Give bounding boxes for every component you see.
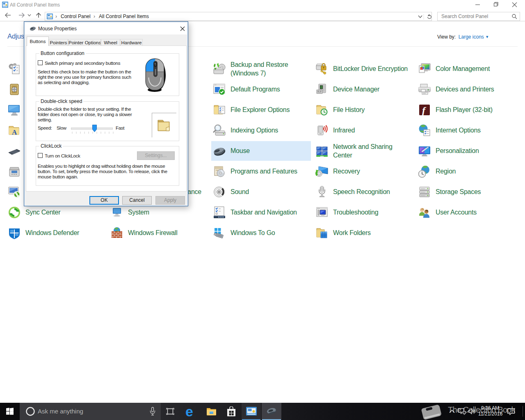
svg-text:A: A (12, 128, 17, 136)
